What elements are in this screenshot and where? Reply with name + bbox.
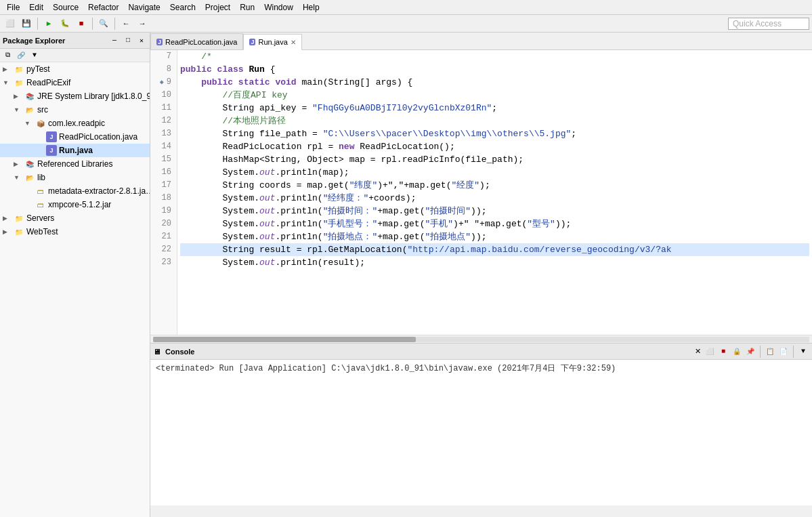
- tree-item-metadata[interactable]: 🗃 metadata-extractor-2.8.1.ja…: [0, 184, 150, 198]
- linenum-15: 15: [153, 153, 171, 166]
- tree-item-webtest[interactable]: ▶ 📁 WebTest: [0, 225, 150, 239]
- console-clear-btn[interactable]: ⬜: [704, 346, 716, 358]
- tree-label-src: src: [37, 105, 48, 115]
- linenum-12: 12: [153, 115, 171, 127]
- collapse-all-btn[interactable]: ⧉: [1, 49, 14, 62]
- code-17a: String coords = map.get(: [180, 179, 349, 192]
- h-scroll-track[interactable]: [153, 337, 809, 342]
- code-line-16: System.out.println(map);: [180, 166, 809, 179]
- tree-icon-jre: 📚: [24, 91, 35, 102]
- editor-tab-bar: J ReadPicLocation.java J Run.java ✕: [150, 33, 812, 50]
- code-19b: .println(: [275, 205, 322, 218]
- horizontal-scrollbar[interactable]: [150, 335, 812, 343]
- code-line-13: String file_path = "C:\\Users\\pacer\\De…: [180, 127, 809, 140]
- str-17a: "纬度": [349, 179, 378, 192]
- tree-icon-xmpcore: 🗃: [35, 199, 46, 210]
- toolbar-search[interactable]: 🔍: [96, 16, 111, 31]
- console-stop-btn[interactable]: ■: [717, 346, 729, 358]
- console-scroll-lock-btn[interactable]: 🔒: [731, 346, 743, 358]
- panel-minimize[interactable]: —: [109, 35, 120, 46]
- tree-icon-webtest: 📁: [14, 226, 24, 237]
- tree-label-jre: JRE System Library [jdk1.8.0_9…: [37, 91, 150, 101]
- code-editor[interactable]: 7 8 ◆9 10 11 12 13 14 15 16 17 18 19 20 …: [150, 50, 812, 335]
- str-20a: "手机型号：": [323, 218, 378, 230]
- menu-search[interactable]: Search: [166, 1, 200, 14]
- tree-icon-package: 📦: [35, 118, 46, 129]
- tab-label-readpiclocation: ReadPicLocation.java: [165, 38, 237, 46]
- tree-item-reflibs[interactable]: ▶ 📚 Referenced Libraries: [0, 157, 150, 171]
- menu-refactor[interactable]: Refactor: [84, 1, 123, 14]
- code-line-9: public static void main(String[] args) {: [180, 76, 809, 89]
- menu-file[interactable]: File: [3, 1, 24, 14]
- tab-readpiclocation[interactable]: J ReadPicLocation.java: [150, 33, 243, 49]
- code-16a: System.: [180, 166, 259, 179]
- code-21a: System.: [180, 230, 259, 243]
- console-copy-btn[interactable]: 📋: [764, 346, 776, 358]
- linenum-11: 11: [153, 102, 171, 115]
- code-23b: .println(result);: [275, 256, 365, 269]
- linenum-9: ◆9: [153, 76, 171, 89]
- tree-icon-readpiclocation: J: [46, 131, 57, 142]
- package-explorer-toolbar: ⧉ 🔗 ▼: [0, 49, 150, 62]
- console-paste-btn[interactable]: 📄: [777, 346, 790, 358]
- tree-item-package[interactable]: ▼ 📦 com.lex.readpic: [0, 117, 150, 130]
- console-menu-btn[interactable]: ▼: [797, 346, 809, 358]
- console-toolbar-right: ⬜ ■ 🔒 📌 📋 📄 ▼: [704, 346, 809, 358]
- tree-item-jre[interactable]: ▶ 📚 JRE System Library [jdk1.8.0_9…: [0, 89, 150, 103]
- kw-void-9: void: [275, 76, 301, 89]
- code-comment-7: /*: [180, 50, 212, 63]
- menu-project[interactable]: Project: [201, 1, 234, 14]
- toolbar-stop[interactable]: ■: [74, 16, 89, 31]
- toolbar-forward[interactable]: →: [135, 16, 150, 31]
- str-18: "经纬度：": [323, 192, 369, 205]
- menu-edit[interactable]: Edit: [25, 1, 47, 14]
- quick-access-input[interactable]: Quick Access: [728, 18, 809, 30]
- main-layout: Package Explorer — □ ✕ ⧉ 🔗 ▼ ▶ 📁 pyTest …: [0, 33, 812, 517]
- tree-icon-metadata: 🗃: [35, 186, 46, 197]
- toolbar-new[interactable]: ⬜: [3, 16, 18, 31]
- tree-item-runjava[interactable]: J Run.java: [0, 144, 150, 157]
- tree-item-xmpcore[interactable]: 🗃 xmpcore-5.1.2.jar: [0, 198, 150, 211]
- menu-help[interactable]: Help: [299, 1, 324, 14]
- tree-item-lib[interactable]: ▼ 📂 lib: [0, 171, 150, 184]
- code-content[interactable]: /* public class Run { public static void…: [177, 50, 812, 335]
- tree-item-readpiclocation[interactable]: J ReadPicLocation.java: [0, 130, 150, 144]
- toolbar-debug[interactable]: 🐛: [58, 16, 72, 31]
- code-line-22: String result = rpl.GetMapLocation("http…: [180, 243, 809, 256]
- panel-close[interactable]: ✕: [136, 35, 147, 46]
- str-22: "http://api.map.baidu.com/reverse_geocod…: [407, 243, 671, 256]
- tree-icon-lib: 📂: [24, 172, 35, 183]
- code-17c: );: [479, 179, 490, 192]
- tab-runjava[interactable]: J Run.java ✕: [243, 34, 301, 50]
- console-tab-close[interactable]: ✕: [695, 347, 701, 356]
- linenum-23: 23: [153, 256, 171, 269]
- code-17b: )+","+map.get(: [377, 179, 451, 192]
- link-editor-btn[interactable]: 🔗: [15, 49, 27, 62]
- tab-close-runjava[interactable]: ✕: [291, 39, 296, 46]
- tree-item-pytest[interactable]: ▶ 📁 pyTest: [0, 62, 150, 76]
- menu-window[interactable]: Window: [260, 1, 297, 14]
- console-content: <terminated> Run [Java Application] C:\j…: [150, 360, 812, 505]
- code-23a: System.: [180, 256, 259, 269]
- panel-maximize[interactable]: □: [123, 35, 133, 46]
- console-icon: 🖥: [153, 348, 161, 356]
- tree-item-readpicexif[interactable]: ▼ 📁 ReadPicExif: [0, 76, 150, 89]
- kw-public-9: public: [201, 76, 238, 89]
- toolbar-save[interactable]: 💾: [19, 16, 34, 31]
- code-19d: ));: [471, 205, 486, 218]
- menu-source[interactable]: Source: [49, 1, 83, 14]
- console-sep1: [760, 346, 761, 358]
- h-scroll-thumb[interactable]: [153, 337, 416, 342]
- menu-run[interactable]: Run: [236, 1, 259, 14]
- package-explorer-title-bar: Package Explorer — □ ✕: [0, 33, 150, 49]
- tree-item-src[interactable]: ▼ 📂 src: [0, 103, 150, 117]
- linenum-22: 22: [153, 243, 171, 256]
- toolbar-back[interactable]: ←: [119, 16, 133, 31]
- console-pin-btn[interactable]: 📌: [744, 346, 756, 358]
- menu-btn[interactable]: ▼: [28, 49, 41, 62]
- menu-navigate[interactable]: Navigate: [124, 1, 164, 14]
- tree-item-servers[interactable]: ▶ 📁 Servers: [0, 211, 150, 225]
- toolbar-run[interactable]: ▶: [41, 16, 56, 31]
- code-line-8: public class Run {: [180, 63, 809, 76]
- indent-13: String file_path =: [180, 127, 323, 140]
